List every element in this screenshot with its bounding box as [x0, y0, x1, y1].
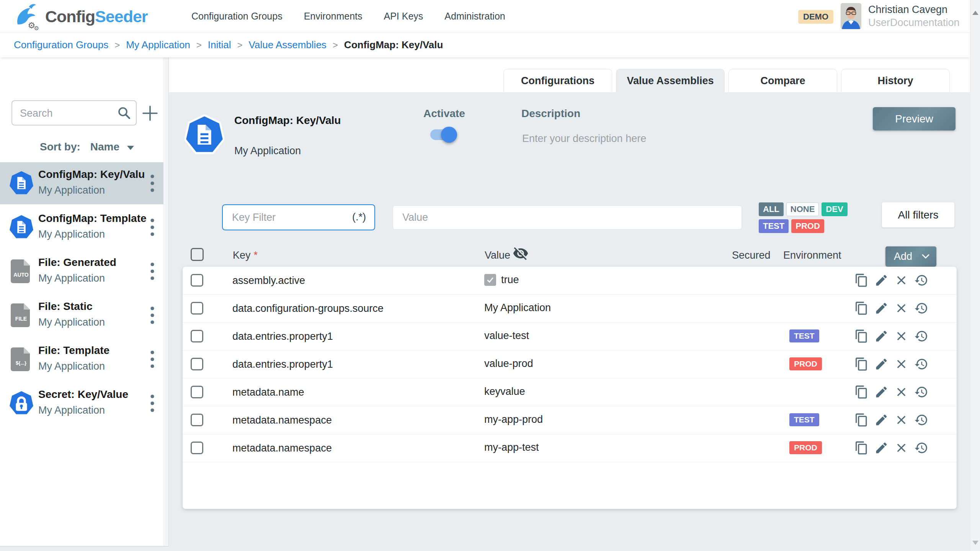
item-menu-kebab-icon[interactable] — [150, 218, 155, 238]
edit-icon[interactable] — [874, 301, 889, 315]
sidebar-scrollbar[interactable] — [163, 57, 168, 546]
copy-icon[interactable] — [854, 301, 869, 315]
row-checkbox[interactable] — [191, 274, 203, 287]
sidebar-item-title: File: Static — [38, 300, 93, 313]
env-filter-badge-test[interactable]: TEST — [759, 219, 789, 233]
tab-compare[interactable]: Compare — [728, 69, 837, 92]
page-scrollbar[interactable] — [970, 0, 980, 551]
table-row: assembly.activetrue — [183, 267, 957, 295]
chevron-down-icon — [922, 254, 929, 259]
edit-icon[interactable] — [874, 357, 889, 371]
nav-item-configuration-groups[interactable]: Configuration Groups — [191, 11, 283, 22]
restore-icon[interactable] — [914, 329, 928, 343]
tab-value-assemblies[interactable]: Value Assemblies — [616, 69, 725, 92]
tab-history[interactable]: History — [841, 69, 950, 92]
tab-configurations[interactable]: Configurations — [503, 69, 612, 92]
user-name[interactable]: Christian Cavegn — [868, 4, 947, 16]
env-filter-badge-none[interactable]: NONE — [786, 202, 819, 216]
sidebar-item-file-static[interactable]: FILE File: StaticMy Application — [0, 294, 163, 336]
add-value-button[interactable]: Add — [885, 246, 936, 267]
activate-toggle[interactable] — [430, 126, 458, 144]
description-input[interactable] — [521, 130, 737, 147]
sidebar-item-file-template[interactable]: ${...} File: TemplateMy Application — [0, 338, 163, 380]
copy-icon[interactable] — [854, 413, 869, 427]
search-icon[interactable] — [117, 106, 131, 120]
env-filter-badge-all[interactable]: ALL — [759, 202, 784, 216]
row-checkbox[interactable] — [191, 386, 203, 398]
sidebar-item-file-generated[interactable]: AUTO File: GeneratedMy Application — [0, 250, 163, 292]
row-checkbox[interactable] — [191, 358, 203, 370]
scroll-up-arrow-icon[interactable] — [972, 11, 978, 15]
sidebar-item-configmap-template[interactable]: ConfigMap: TemplateMy Application — [0, 206, 163, 248]
copy-icon[interactable] — [854, 273, 869, 287]
edit-icon[interactable] — [874, 441, 889, 455]
hide-values-icon[interactable] — [513, 245, 529, 261]
key-filter-input[interactable] — [223, 205, 340, 230]
brand-name: ConfigSeeder — [45, 7, 148, 26]
all-filters-button[interactable]: All filters — [882, 202, 955, 228]
restore-icon[interactable] — [914, 301, 928, 315]
scroll-down-arrow-icon[interactable] — [972, 541, 978, 545]
copy-icon[interactable] — [854, 329, 869, 343]
item-menu-kebab-icon[interactable] — [150, 174, 155, 194]
value-filter-input[interactable] — [393, 206, 732, 229]
environment-badge-test: TEST — [789, 329, 819, 342]
row-checkbox[interactable] — [191, 442, 203, 454]
sidebar-item-title: File: Generated — [38, 256, 116, 269]
delete-icon[interactable] — [894, 301, 908, 315]
delete-icon[interactable] — [894, 329, 908, 343]
brand[interactable]: ⚙ ⚙ ConfigSeeder — [13, 2, 148, 31]
sort-value[interactable]: Name — [90, 141, 119, 153]
environment-badge-test: TEST — [789, 413, 819, 426]
row-checkbox[interactable] — [191, 414, 203, 426]
add-configuration-icon[interactable] — [140, 103, 160, 123]
nav-item-environments[interactable]: Environments — [304, 11, 363, 22]
edit-icon[interactable] — [874, 413, 889, 427]
breadcrumb-link-my-application[interactable]: My Application — [126, 39, 190, 51]
breadcrumb-link-initial[interactable]: Initial — [208, 39, 231, 51]
nav-item-api-keys[interactable]: API Keys — [384, 11, 423, 22]
required-marker: * — [254, 249, 258, 261]
table-row: metadata.namespacemy-app-testPROD — [183, 434, 957, 462]
column-header-secured: Secured — [732, 249, 771, 261]
nav-item-administration[interactable]: Administration — [444, 11, 505, 22]
item-menu-kebab-icon[interactable] — [150, 262, 155, 282]
restore-icon[interactable] — [914, 273, 928, 287]
file-icon: ${...} — [9, 347, 34, 372]
delete-icon[interactable] — [894, 357, 908, 371]
item-menu-kebab-icon[interactable] — [150, 306, 155, 326]
copy-icon[interactable] — [854, 357, 869, 371]
item-menu-kebab-icon[interactable] — [150, 350, 155, 370]
table-row: data.entries.property1value-testTEST — [183, 323, 957, 350]
item-menu-kebab-icon[interactable] — [150, 394, 155, 414]
edit-icon[interactable] — [874, 385, 889, 399]
restore-icon[interactable] — [914, 357, 928, 371]
row-checkbox[interactable] — [191, 302, 203, 315]
delete-icon[interactable] — [894, 385, 908, 399]
edit-icon[interactable] — [874, 273, 889, 287]
search-input[interactable] — [12, 101, 118, 126]
row-checkbox[interactable] — [191, 330, 203, 342]
copy-icon[interactable] — [854, 441, 869, 455]
restore-icon[interactable] — [914, 413, 928, 427]
select-all-checkbox[interactable] — [191, 248, 204, 261]
env-filter-badge-prod[interactable]: PROD — [791, 219, 824, 233]
row-value-text: value-test — [484, 330, 529, 342]
env-filter-badge-dev[interactable]: DEV — [822, 202, 847, 216]
delete-icon[interactable] — [894, 441, 908, 455]
avatar[interactable] — [841, 3, 861, 29]
restore-icon[interactable] — [914, 385, 928, 399]
edit-icon[interactable] — [874, 329, 889, 343]
avatar-photo — [841, 3, 861, 29]
breadcrumb-link-value-assemblies[interactable]: Value Assemblies — [249, 39, 327, 51]
breadcrumb-link-configuration-groups[interactable]: Configuration Groups — [14, 39, 108, 51]
sort-control[interactable]: Sort by: Name — [40, 141, 134, 153]
delete-icon[interactable] — [894, 273, 908, 287]
sidebar-item-secret-key-value[interactable]: Secret: Key/ValueMy Application — [0, 382, 163, 424]
row-value: true — [484, 274, 519, 286]
preview-button[interactable]: Preview — [873, 107, 956, 130]
delete-icon[interactable] — [894, 413, 908, 427]
copy-icon[interactable] — [854, 385, 869, 399]
sidebar-item-configmap-key-valu[interactable]: ConfigMap: Key/ValuMy Application — [0, 162, 163, 204]
restore-icon[interactable] — [914, 441, 928, 455]
